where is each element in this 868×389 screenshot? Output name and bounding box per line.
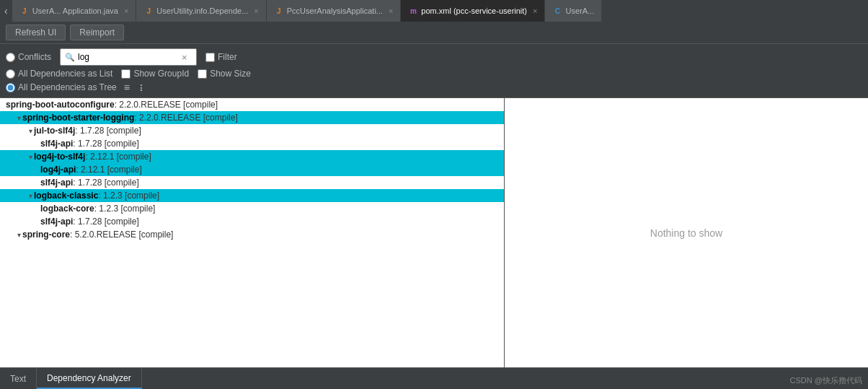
tree-row[interactable]: logback-core: 1.2.3 [compile] bbox=[0, 202, 504, 215]
filter-checkbox[interactable] bbox=[205, 53, 215, 62]
tree-row[interactable]: ▾ logback-classic: 1.2.3 [compile] bbox=[0, 189, 504, 202]
dep-name: log4j-api bbox=[40, 165, 76, 175]
conflicts-radio-label[interactable]: Conflicts bbox=[6, 52, 51, 62]
dep-name: log4j-to-slf4j bbox=[34, 152, 85, 162]
dep-version: : 2.12.1 [compile] bbox=[85, 152, 151, 162]
options-panel: Conflicts 🔍 × Filter All Dependencies as… bbox=[0, 44, 868, 98]
all-deps-tree-radio-label[interactable]: All Dependencies as Tree bbox=[6, 82, 117, 92]
dep-version: : 1.7.28 [compile] bbox=[73, 217, 138, 227]
tab-utility-java[interactable]: J UserUtility.info.Depende... × bbox=[136, 0, 266, 22]
content-split: spring-boot-autoconfigure: 2.2.0.RELEASE… bbox=[0, 98, 868, 367]
tab-bar: ‹ J UserA... Application.java × J UserUt… bbox=[0, 0, 868, 22]
tab-label: pom.xml (pcc-service-userinit) bbox=[421, 6, 527, 15]
tab-label: UserUtility.info.Depende... bbox=[156, 6, 248, 15]
dep-name: jul-to-slf4j bbox=[34, 126, 75, 136]
all-deps-list-label: All Dependencies as List bbox=[18, 69, 112, 79]
tab-dependency-analyzer[interactable]: Dependency Analyzer bbox=[37, 368, 142, 389]
tab-close-btn[interactable]: × bbox=[124, 6, 128, 15]
dep-version: : 1.7.28 [compile] bbox=[75, 126, 141, 136]
right-panel: Nothing to show bbox=[505, 98, 868, 367]
tree-arrow[interactable]: ▾ bbox=[29, 192, 32, 200]
tab-analysis-java[interactable]: J PccUserAnalysisApplicati... × bbox=[267, 0, 402, 22]
tree-row[interactable]: slf4j-api: 1.7.28 [compile] bbox=[0, 176, 504, 189]
show-groupid-checkbox-label[interactable]: Show GroupId bbox=[121, 69, 189, 79]
dep-name: slf4j-api bbox=[40, 217, 73, 227]
tab-usera-file[interactable]: C UserA... bbox=[545, 0, 602, 22]
show-size-label: Show Size bbox=[210, 69, 251, 79]
tree-row[interactable]: ▾ spring-core: 5.2.0.RELEASE [compile] bbox=[0, 228, 504, 241]
tab-label: PccUserAnalysisApplicati... bbox=[287, 6, 383, 15]
java-icon: J bbox=[19, 6, 30, 16]
dep-name: slf4j-api bbox=[40, 178, 73, 188]
filter-checkbox-label[interactable]: Filter bbox=[205, 52, 237, 62]
dep-name: spring-core bbox=[22, 230, 70, 240]
maven-icon: m bbox=[408, 6, 418, 16]
show-size-checkbox-label[interactable]: Show Size bbox=[198, 69, 251, 79]
tab-userinit-java[interactable]: J UserA... Application.java × bbox=[12, 0, 137, 22]
tree-row[interactable]: ▾ log4j-to-slf4j: 2.12.1 [compile] bbox=[0, 150, 504, 163]
options-row-1: Conflicts 🔍 × Filter bbox=[6, 48, 862, 66]
tab-pom-xml[interactable]: m pom.xml (pcc-service-userinit) × bbox=[401, 0, 545, 22]
options-row-2: All Dependencies as List Show GroupId Sh… bbox=[6, 69, 862, 79]
all-deps-tree-label: All Dependencies as Tree bbox=[18, 82, 117, 92]
tab-label: UserA... Application.java bbox=[32, 6, 118, 15]
search-clear-button[interactable]: × bbox=[182, 52, 187, 63]
tree-arrow[interactable]: ▾ bbox=[29, 153, 32, 161]
tab-text-label: Text bbox=[10, 374, 26, 384]
empty-text: Nothing to show bbox=[650, 227, 722, 239]
dep-name: spring-boot-autoconfigure bbox=[6, 100, 115, 110]
left-panel: spring-boot-autoconfigure: 2.2.0.RELEASE… bbox=[0, 98, 505, 367]
dep-version: : 5.2.0.RELEASE [compile] bbox=[70, 230, 173, 240]
filter-label: Filter bbox=[218, 52, 237, 62]
tree-row[interactable]: log4j-api: 2.12.1 [compile] bbox=[0, 163, 504, 176]
sort-asc-button[interactable]: ≡ bbox=[123, 82, 131, 93]
tab-label: UserA... bbox=[565, 6, 594, 15]
all-deps-list-radio[interactable] bbox=[6, 69, 15, 79]
tab-text[interactable]: Text bbox=[0, 368, 37, 389]
tree-row[interactable]: slf4j-api: 1.7.28 [compile] bbox=[0, 137, 504, 150]
dep-version: : 1.7.28 [compile] bbox=[73, 139, 138, 149]
main-toolbar: Refresh UI Reimport bbox=[0, 22, 868, 44]
class-icon: C bbox=[552, 6, 562, 16]
dep-version: : 1.2.3 [compile] bbox=[98, 191, 159, 201]
tree-container[interactable]: spring-boot-autoconfigure: 2.2.0.RELEASE… bbox=[0, 98, 504, 367]
sort-desc-button[interactable]: ⫶ bbox=[137, 82, 145, 93]
conflicts-label: Conflicts bbox=[18, 52, 51, 62]
options-row-3: All Dependencies as Tree ≡ ⫶ bbox=[6, 82, 862, 93]
show-groupid-label: Show GroupId bbox=[133, 69, 189, 79]
tree-arrow[interactable]: ▾ bbox=[17, 231, 21, 239]
show-size-checkbox[interactable] bbox=[198, 69, 207, 79]
java-icon: J bbox=[143, 6, 154, 16]
dep-version: : 2.2.0.RELEASE [compile] bbox=[134, 113, 237, 123]
tree-row[interactable]: slf4j-api: 1.7.28 [compile] bbox=[0, 215, 504, 228]
all-deps-list-radio-label[interactable]: All Dependencies as List bbox=[6, 69, 112, 79]
java-icon: J bbox=[274, 6, 284, 16]
show-groupid-checkbox[interactable] bbox=[121, 69, 130, 79]
all-deps-tree-radio[interactable] bbox=[6, 83, 15, 92]
dep-version: : 2.2.0.RELEASE [compile] bbox=[115, 100, 218, 110]
dep-version: : 1.7.28 [compile] bbox=[73, 178, 138, 188]
dep-name: spring-boot-starter-logging bbox=[22, 113, 134, 123]
tab-scroll-left[interactable]: ‹ bbox=[0, 0, 12, 22]
tree-row[interactable]: ▾ jul-to-slf4j: 1.7.28 [compile] bbox=[0, 124, 504, 137]
tab-close-btn[interactable]: × bbox=[533, 6, 537, 15]
tree-row[interactable]: spring-boot-autoconfigure: 2.2.0.RELEASE… bbox=[0, 98, 504, 111]
dep-version: : 2.12.1 [compile] bbox=[76, 165, 141, 175]
tab-dependency-analyzer-label: Dependency Analyzer bbox=[47, 373, 131, 383]
conflicts-radio[interactable] bbox=[6, 53, 15, 62]
dep-name: logback-core bbox=[40, 204, 94, 214]
dep-name: logback-classic bbox=[34, 191, 98, 201]
tree-arrow[interactable]: ▾ bbox=[17, 114, 21, 122]
refresh-ui-button[interactable]: Refresh UI bbox=[6, 25, 66, 40]
tree-arrow[interactable]: ▾ bbox=[29, 127, 32, 135]
search-icon: 🔍 bbox=[65, 53, 75, 62]
search-box: 🔍 × bbox=[60, 48, 197, 66]
tab-close-btn[interactable]: × bbox=[389, 6, 393, 15]
bottom-tab-bar: Text Dependency Analyzer bbox=[0, 367, 868, 389]
dep-name: slf4j-api bbox=[40, 139, 73, 149]
search-input[interactable] bbox=[78, 52, 179, 62]
tree-row[interactable]: ▾ spring-boot-starter-logging: 2.2.0.REL… bbox=[0, 111, 504, 124]
watermark: CSDN @快乐擼代码 bbox=[790, 375, 862, 386]
tab-close-btn[interactable]: × bbox=[254, 6, 258, 15]
reimport-button[interactable]: Reimport bbox=[70, 25, 124, 40]
